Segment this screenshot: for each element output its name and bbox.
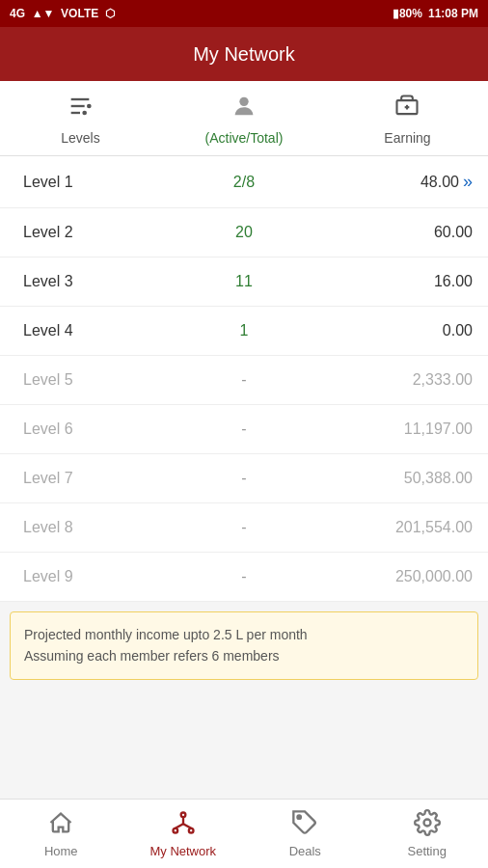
svg-point-16 [423, 820, 430, 827]
svg-point-15 [298, 815, 302, 819]
page-title: My Network [193, 43, 295, 66]
notice-line2: Assuming each member refers 6 members [24, 645, 464, 666]
active-count: - [161, 371, 327, 389]
level-label: Level 5 [0, 371, 161, 389]
my-network-icon [170, 809, 197, 840]
table-row[interactable]: Level 2 20 60.00 [0, 208, 488, 258]
status-bar: 4G ▲▼ VOLTE ⬡ ▮80% 11:08 PM [0, 0, 488, 27]
svg-point-9 [180, 813, 185, 818]
level-label: Level 9 [0, 568, 161, 585]
col-levels-header: Levels [0, 93, 161, 146]
levels-table: Level 1 2/8 48.00» Level 2 20 60.00 Leve… [0, 156, 488, 602]
notice-line1: Projected monthly income upto 2.5 L per … [24, 624, 464, 645]
nav-item-deals[interactable]: Deals [244, 800, 366, 868]
active-count: 20 [161, 224, 327, 241]
bottom-nav: Home My Network Deals Setting [0, 799, 488, 868]
table-row[interactable]: Level 4 1 0.00 [0, 307, 488, 356]
earning-value: 201,554.00 [327, 519, 488, 536]
setting-icon [414, 809, 441, 840]
column-headers: Levels (Active/Total) Earning [0, 81, 488, 156]
nav-item-my-network[interactable]: My Network [122, 800, 245, 868]
active-count: - [161, 420, 327, 438]
active-count: - [161, 470, 327, 487]
table-row: Level 7 - 50,388.00 [0, 454, 488, 503]
home-label: Home [44, 844, 78, 858]
table-row: Level 5 - 2,333.00 [0, 356, 488, 405]
earning-label: Earning [384, 130, 430, 146]
active-count: 11 [161, 273, 327, 290]
home-icon [47, 809, 74, 840]
earning-value: 48.00» [327, 172, 488, 192]
level-label: Level 8 [0, 519, 161, 536]
table-row[interactable]: Level 3 11 16.00 [0, 258, 488, 307]
time-display: 11:08 PM [428, 7, 478, 20]
active-count: - [161, 519, 327, 536]
active-total-label: (Active/Total) [205, 130, 284, 146]
battery-icon: ▮80% [393, 7, 422, 20]
setting-label: Setting [408, 844, 447, 858]
level-label: Level 1 [0, 174, 161, 191]
nav-item-home[interactable]: Home [0, 800, 122, 868]
earning-icon [393, 93, 420, 126]
active-count: 2/8 [161, 174, 327, 191]
earning-value: 0.00 [327, 322, 488, 339]
svg-point-10 [173, 828, 177, 833]
table-row: Level 9 - 250,000.00 [0, 553, 488, 602]
chevron-right-icon: » [463, 172, 473, 191]
status-left: 4G ▲▼ VOLTE ⬡ [10, 7, 115, 20]
svg-line-13 [176, 824, 183, 828]
level-label: Level 7 [0, 470, 161, 487]
col-active-header: (Active/Total) [161, 93, 327, 146]
active-count: - [161, 568, 327, 585]
table-row[interactable]: Level 1 2/8 48.00» [0, 156, 488, 208]
earning-value: 2,333.00 [327, 371, 488, 389]
svg-line-14 [183, 824, 191, 828]
user-icon [230, 93, 258, 126]
earning-value: 11,197.00 [327, 420, 488, 438]
svg-point-4 [83, 111, 88, 116]
level-label: Level 6 [0, 420, 161, 438]
table-row: Level 6 - 11,197.00 [0, 405, 488, 454]
col-earning-header: Earning [327, 93, 488, 146]
my-network-label: My Network [149, 844, 216, 858]
earning-value: 60.00 [327, 224, 488, 241]
level-label: Level 2 [0, 224, 161, 241]
deals-icon [291, 809, 318, 840]
table-row: Level 8 - 201,554.00 [0, 503, 488, 553]
level-label: Level 4 [0, 322, 161, 339]
levels-icon [67, 93, 94, 126]
earning-value: 250,000.00 [327, 568, 488, 585]
notice-box: Projected monthly income upto 2.5 L per … [10, 611, 478, 680]
signal-info: 4G ▲▼ VOLTE ⬡ [10, 7, 115, 20]
svg-point-5 [239, 97, 248, 106]
svg-point-11 [189, 828, 194, 833]
active-count: 1 [161, 322, 327, 339]
deals-label: Deals [289, 844, 321, 858]
svg-point-3 [87, 104, 92, 109]
nav-item-setting[interactable]: Setting [366, 800, 489, 868]
status-right: ▮80% 11:08 PM [393, 7, 478, 20]
earning-value: 16.00 [327, 273, 488, 290]
earning-value: 50,388.00 [327, 470, 488, 487]
level-label: Level 3 [0, 273, 161, 290]
levels-label: Levels [61, 130, 99, 146]
page-header: My Network [0, 27, 488, 81]
